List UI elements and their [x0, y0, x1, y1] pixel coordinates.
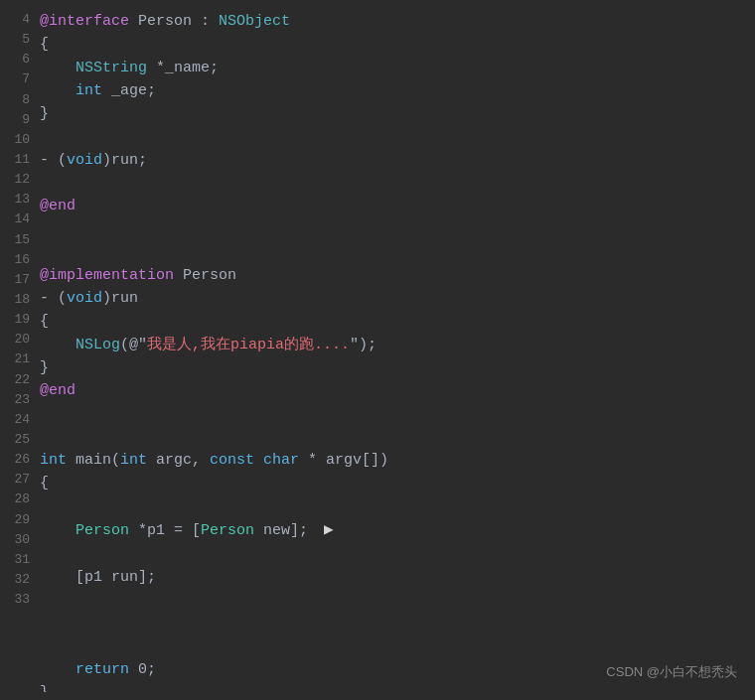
code-line [40, 125, 743, 148]
line-number: 9 [4, 110, 30, 130]
code-line [40, 402, 743, 425]
cursor-icon: ▶ [324, 521, 334, 539]
token: argc, [147, 452, 210, 469]
line-number: 21 [4, 350, 30, 369]
token: NSString [76, 60, 147, 76]
token: const [210, 452, 254, 469]
token: *p1 = [ [129, 522, 201, 539]
token: { [40, 313, 49, 330]
line-number: 17 [4, 270, 30, 290]
code-line: @end [40, 195, 743, 217]
line-number: 28 [4, 490, 30, 509]
line-number: 14 [4, 210, 30, 229]
token: (@" [120, 337, 147, 353]
token: } [40, 105, 49, 122]
watermark: CSDN @小白不想秃头 [606, 662, 737, 682]
token [40, 337, 76, 353]
token: @end [40, 382, 76, 399]
code-line: @interface Person : NSObject [40, 10, 743, 33]
token: Person : [129, 13, 219, 30]
token: @end [40, 198, 76, 214]
token: Person [76, 522, 129, 539]
code-line: { [40, 472, 743, 494]
line-number: 31 [4, 550, 30, 570]
token: } [40, 684, 49, 692]
token: NSObject [219, 13, 290, 30]
code-line: } [40, 102, 743, 125]
token: NSLog [76, 337, 120, 353]
code-line: int _age; [40, 79, 743, 102]
line-number: 12 [4, 170, 30, 190]
token: @interface [40, 13, 129, 30]
line-number: 4 [4, 10, 30, 30]
token: { [40, 475, 49, 491]
code-line [40, 589, 743, 612]
line-number: 23 [4, 390, 30, 410]
line-numbers: 4567891011121314151617181920212223242526… [0, 8, 36, 692]
token [40, 60, 76, 76]
line-number: 15 [4, 230, 30, 250]
token: int [120, 452, 147, 469]
token [40, 82, 76, 99]
token: - ( [40, 152, 67, 169]
token: _age; [102, 82, 156, 99]
token: - ( [40, 290, 67, 307]
token: char [254, 452, 299, 469]
token: int [76, 82, 102, 99]
line-number: 13 [4, 190, 30, 210]
code-line: } [40, 681, 743, 692]
token: "); [350, 337, 377, 353]
code-line: { [40, 33, 743, 56]
code-line: NSLog(@"我是人,我在piapia的跑...."); [40, 334, 743, 356]
line-number: 10 [4, 130, 30, 150]
line-number: 18 [4, 290, 30, 310]
line-number: 33 [4, 590, 30, 610]
token: main( [67, 452, 120, 469]
code-content: @interface Person : NSObject{ NSString *… [36, 8, 755, 692]
token: return [76, 661, 129, 678]
token: [p1 run]; [40, 569, 156, 586]
line-number: 32 [4, 570, 30, 590]
line-number: 5 [4, 30, 30, 50]
code-line [40, 172, 743, 195]
token: @implementation [40, 267, 174, 284]
line-number: 16 [4, 250, 30, 270]
line-number: 25 [4, 430, 30, 450]
code-line: } [40, 356, 743, 379]
token: * argv[]) [299, 452, 388, 469]
token: 0; [129, 661, 156, 678]
code-line [40, 494, 743, 517]
token: int [40, 452, 67, 469]
code-line [40, 634, 743, 657]
code-line: { [40, 310, 743, 333]
line-number: 20 [4, 330, 30, 350]
code-line: Person *p1 = [Person new];▶ [40, 518, 743, 543]
line-number: 29 [4, 510, 30, 530]
line-number: 19 [4, 310, 30, 330]
code-line [40, 542, 743, 565]
token: Person [174, 267, 236, 284]
code-line: @implementation Person [40, 264, 743, 287]
line-number: 24 [4, 410, 30, 430]
code-line [40, 426, 743, 449]
line-number: 8 [4, 90, 30, 110]
token: )run [102, 290, 138, 307]
line-number: 27 [4, 470, 30, 490]
line-number: 30 [4, 530, 30, 550]
code-line: [p1 run]; [40, 566, 743, 589]
code-line: - (void)run [40, 287, 743, 310]
token [40, 661, 76, 678]
token: } [40, 359, 49, 376]
code-line: @end [40, 379, 743, 402]
token: void [67, 152, 102, 169]
line-number: 22 [4, 370, 30, 390]
token: *_name; [147, 60, 219, 76]
token: void [67, 290, 102, 307]
code-editor: 4567891011121314151617181920212223242526… [0, 0, 755, 700]
code-line [40, 217, 743, 240]
token: Person [201, 522, 254, 539]
line-number: 11 [4, 150, 30, 170]
code-line: - (void)run; [40, 149, 743, 172]
code-line [40, 612, 743, 634]
token: 我是人,我在piapia的跑.... [147, 337, 350, 353]
